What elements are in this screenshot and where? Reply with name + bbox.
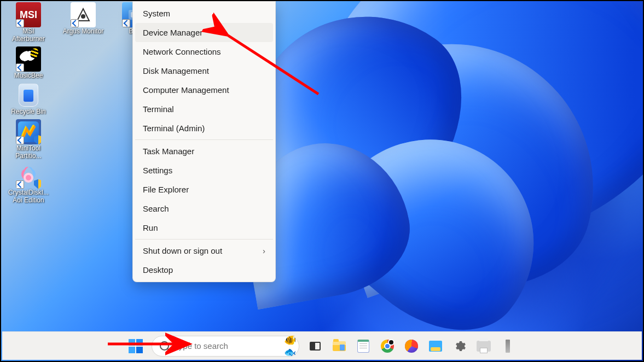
menu-item-network-connections[interactable]: Network Connections <box>135 42 273 61</box>
shortcut-arrow-icon <box>71 19 79 27</box>
chevron-right-icon: › <box>263 246 265 255</box>
taskbar-chrome[interactable] <box>376 335 399 358</box>
svg-point-2 <box>81 14 85 19</box>
menu-item-search[interactable]: Search <box>135 199 273 218</box>
taskbar-notes-app[interactable] <box>352 335 375 358</box>
printers-icon <box>477 339 491 353</box>
crystaldiskinfo-icon <box>16 164 41 189</box>
start-button[interactable] <box>124 335 147 358</box>
menu-item-label: File Explorer <box>143 185 189 194</box>
taskbar-settings[interactable] <box>448 335 471 358</box>
shortcut-arrow-icon <box>16 136 24 144</box>
menu-separator <box>135 239 273 240</box>
taskbar-file-explorer[interactable] <box>328 335 351 358</box>
menu-item-label: Settings <box>143 166 172 175</box>
shortcut-arrow-icon <box>16 180 24 189</box>
desktop-icon-label: MiniTool Partitio... <box>7 145 50 160</box>
search-input[interactable] <box>175 341 279 351</box>
settings-icon <box>452 339 467 353</box>
svg-point-1 <box>26 175 31 180</box>
windows-logo-icon <box>129 339 143 353</box>
shortcut-arrow-icon <box>122 19 130 27</box>
menu-item-task-manager[interactable]: Task Manager <box>135 142 273 161</box>
taskbar-firefox[interactable] <box>400 335 423 358</box>
recycle-bin-icon <box>16 83 41 108</box>
search-highlight-icon: 🐠🐟 <box>284 334 296 358</box>
menu-item-device-manager[interactable]: Device Manager <box>135 23 273 42</box>
desktop-icon-recycle-bin[interactable]: Recycle Bin <box>7 81 50 118</box>
menu-item-label: Run <box>143 223 158 232</box>
menu-item-label: Device Manager <box>143 28 202 37</box>
menu-item-label: Shut down or sign out <box>143 246 222 255</box>
menu-item-label: System <box>143 9 170 18</box>
desktop-icon-argus-monitor[interactable]: Argus Monitor <box>61 1 105 38</box>
file-explorer-icon <box>332 339 346 353</box>
taskbar-more-app[interactable] <box>496 335 519 358</box>
desktop-icon-label: Recycle Bin <box>11 108 45 116</box>
taskbar-task-view[interactable] <box>304 335 327 358</box>
desktop-icon-label: CrystalDiskI... Aoi Edition <box>7 189 50 205</box>
taskbar-search[interactable]: 🐠🐟 <box>152 336 299 357</box>
menu-item-settings[interactable]: Settings <box>135 161 273 180</box>
menu-item-disk-management[interactable]: Disk Management <box>135 61 273 80</box>
shortcut-arrow-icon <box>16 19 24 27</box>
winx-menu[interactable]: SystemDevice ManagerNetwork ConnectionsD… <box>132 1 276 282</box>
menu-item-terminal-admin[interactable]: Terminal (Admin) <box>135 119 273 138</box>
chrome-icon <box>380 339 394 353</box>
taskbar-printers[interactable] <box>472 335 495 358</box>
sandbox-icon <box>428 339 443 353</box>
uac-shield-icon <box>34 135 41 144</box>
menu-item-system[interactable]: System <box>135 4 273 23</box>
search-icon <box>160 341 169 351</box>
taskbar: 🐠🐟 <box>2 331 642 360</box>
menu-item-file-explorer[interactable]: File Explorer <box>135 180 273 199</box>
menu-separator <box>135 139 273 140</box>
more-app-icon <box>501 339 515 353</box>
taskbar-sandbox[interactable] <box>424 335 447 358</box>
menu-item-computer-management[interactable]: Computer Management <box>135 80 273 100</box>
desktop-icon-label: Argus Monitor <box>63 28 104 36</box>
desktop-icon-musicbee[interactable]: MusicBee <box>7 45 50 82</box>
desktop-icon-crystaldiskinfo[interactable]: CrystalDiskI... Aoi Edition <box>7 162 50 207</box>
menu-item-label: Terminal (Admin) <box>143 124 205 133</box>
argus-monitor-icon <box>71 2 96 27</box>
minitool-partition-icon <box>16 119 41 144</box>
desktop-icon-minitool-partition[interactable]: MiniTool Partitio... <box>7 118 50 162</box>
musicbee-icon <box>16 46 41 72</box>
task-view-icon <box>308 339 322 353</box>
menu-item-label: Desktop <box>143 265 173 275</box>
menu-item-desktop[interactable]: Desktop <box>135 260 273 279</box>
firefox-icon <box>404 339 419 353</box>
menu-item-shut-down-or-sign-out[interactable]: Shut down or sign out› <box>135 241 273 260</box>
desktop-icon-label: MusicBee <box>14 72 43 80</box>
msi-afterburner-icon: MSI <box>16 2 41 27</box>
menu-item-label: Disk Management <box>143 66 209 75</box>
menu-item-run[interactable]: Run <box>135 218 273 237</box>
desktop-icon-label: MSI Afterburner <box>7 28 50 43</box>
menu-item-label: Terminal <box>143 104 174 114</box>
menu-item-label: Network Connections <box>143 47 221 56</box>
shortcut-arrow-icon <box>16 63 24 72</box>
desktop-icon-msi-afterburner[interactable]: MSIMSI Afterburner <box>7 1 50 45</box>
menu-item-label: Task Manager <box>143 147 194 156</box>
menu-item-label: Search <box>143 204 169 213</box>
menu-item-terminal[interactable]: Terminal <box>135 100 273 119</box>
notes-app-icon <box>356 339 370 353</box>
desktop[interactable]: MSIMSI AfterburnerMusicBeeRecycle BinMin… <box>1 1 643 361</box>
menu-item-label: Computer Management <box>143 85 229 95</box>
